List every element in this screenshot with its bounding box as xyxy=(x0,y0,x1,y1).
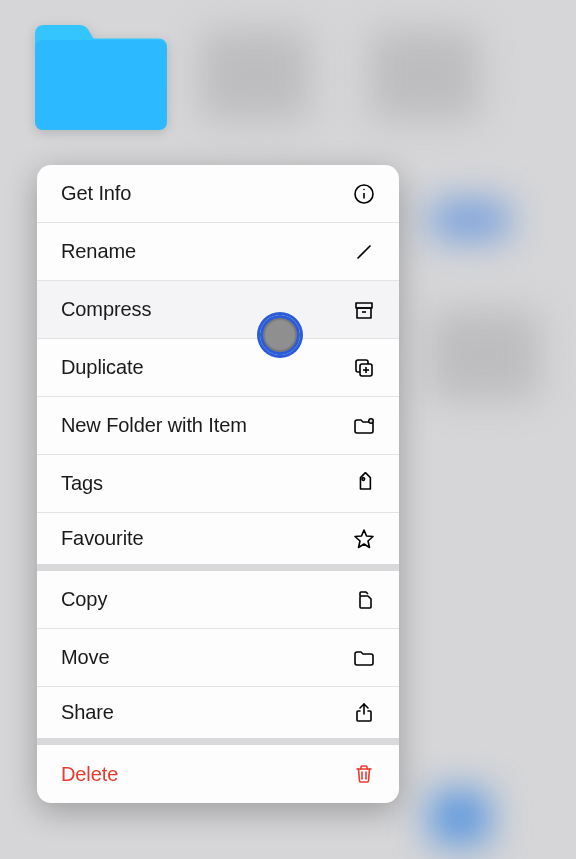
menu-label-compress: Compress xyxy=(61,298,151,321)
pencil-icon xyxy=(351,239,377,265)
trash-icon xyxy=(351,761,377,787)
info-icon xyxy=(351,181,377,207)
menu-label-get-info: Get Info xyxy=(61,182,131,205)
menu-label-delete: Delete xyxy=(61,763,118,786)
menu-item-compress[interactable]: Compress xyxy=(37,281,399,339)
star-icon xyxy=(351,526,377,552)
duplicate-icon xyxy=(351,355,377,381)
svg-line-3 xyxy=(358,246,370,258)
menu-label-tags: Tags xyxy=(61,472,103,495)
menu-item-delete[interactable]: Delete xyxy=(37,745,399,803)
menu-label-duplicate: Duplicate xyxy=(61,356,143,379)
menu-item-move[interactable]: Move xyxy=(37,629,399,687)
svg-point-2 xyxy=(363,188,365,190)
svg-marker-14 xyxy=(355,530,373,548)
menu-item-share[interactable]: Share xyxy=(37,687,399,745)
archive-icon xyxy=(351,297,377,323)
tag-icon xyxy=(351,471,377,497)
menu-label-rename: Rename xyxy=(61,240,136,263)
menu-item-copy[interactable]: Copy xyxy=(37,571,399,629)
folder-plus-icon xyxy=(351,413,377,439)
selected-folder[interactable] xyxy=(26,15,176,144)
menu-item-duplicate[interactable]: Duplicate xyxy=(37,339,399,397)
doc-on-doc-icon xyxy=(351,587,377,613)
context-menu: Get Info Rename Compress Duplica xyxy=(37,165,399,803)
touch-indicator xyxy=(260,315,300,355)
menu-label-copy: Copy xyxy=(61,588,107,611)
menu-label-share: Share xyxy=(61,701,114,724)
menu-label-favourite: Favourite xyxy=(61,527,143,550)
menu-label-new-folder: New Folder with Item xyxy=(61,414,247,437)
menu-label-move: Move xyxy=(61,646,110,669)
share-icon xyxy=(351,700,377,726)
menu-item-new-folder-with-item[interactable]: New Folder with Item xyxy=(37,397,399,455)
folder-icon xyxy=(351,645,377,671)
menu-item-rename[interactable]: Rename xyxy=(37,223,399,281)
svg-rect-5 xyxy=(357,308,371,318)
menu-item-get-info[interactable]: Get Info xyxy=(37,165,399,223)
menu-item-tags[interactable]: Tags xyxy=(37,455,399,513)
svg-point-13 xyxy=(361,477,365,481)
menu-item-favourite[interactable]: Favourite xyxy=(37,513,399,571)
